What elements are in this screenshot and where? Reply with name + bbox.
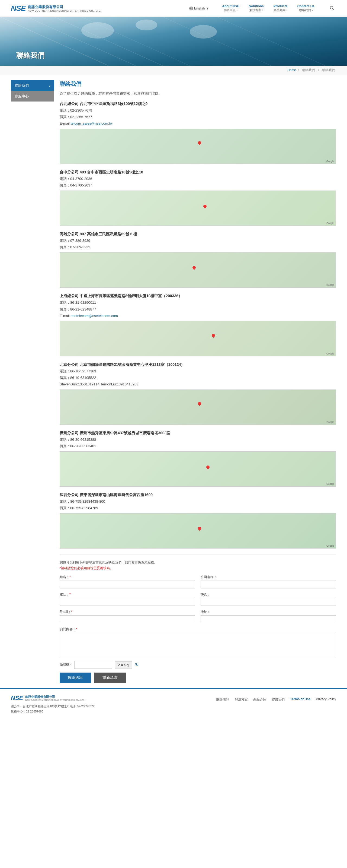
footer-link-privacy[interactable]: Privacy Policy [316,697,336,701]
footer-link-about[interactable]: 關於南訊 [216,697,229,702]
svg-line-7 [54,17,163,66]
form-group-email: Email：* [60,610,195,623]
nav-products[interactable]: Products 產品介紹 › [269,2,292,14]
branch-kaohsiung-name: 高雄分公司 807 高雄市三民區私鐵路69號 6 樓 [60,232,336,237]
breadcrumb-parent: 聯絡我們 [302,68,315,72]
lang-selector[interactable]: English ▼ [189,6,209,10]
form-textarea-inquiry[interactable] [60,633,336,657]
branch-taipei-name: 台北總公司 台北市中正區羅斯福路3段100號12樓之9 [60,101,336,106]
nav-about-main: About NSE [222,4,239,8]
form-label-fax: 傳真： [201,592,336,597]
form-row-phone-fax: 電話：* 傳真： [60,592,336,606]
map-pin-shenzhen [198,527,201,531]
logo-cn: 南訊企業股份有限公司 [28,5,101,9]
logo[interactable]: NSE 南訊企業股份有限公司 NEW SOUTHERN ENGINEERING … [11,4,101,13]
nav-contact-main: Contact Us [298,4,314,8]
footer-link-contact[interactable]: 聯絡我們 [272,697,285,702]
form-label-inquiry: 詢問內容：* [60,627,336,631]
branch-taichung-fax: 傳真：04-3700-2037 [60,182,336,188]
footer-link-solutions[interactable]: 解決方案 [235,697,248,702]
form-input-phone[interactable] [60,598,195,606]
svg-line-4 [333,9,334,10]
email-required: * [71,610,72,614]
captcha-refresh-button[interactable]: ↻ [135,662,139,668]
sidebar-support-label: 客服中心 [14,94,29,99]
branch-taipei-map: Google [60,129,336,164]
form-input-name[interactable] [60,581,195,588]
branch-shanghai: 上海總公司 中國上海市長寧區遵義南路8號錦明大廈10樓甲室（200336） 電話… [60,294,336,356]
page-title: 聯絡我們 [60,80,336,88]
header: NSE 南訊企業股份有限公司 NEW SOUTHERN ENGINEERING … [0,0,347,17]
form-input-address[interactable] [201,615,336,623]
branch-taichung-name: 台中分公司 403 台中市西區忠明南路16號9樓之10 [60,170,336,175]
footer: NSE 南訊企業股份有限公司 NEW SOUTHERN ENGINEERING … [0,688,347,719]
footer-link-products[interactable]: 產品介紹 [253,697,266,702]
branch-shenzhen-map: Google [60,513,336,549]
form-input-company[interactable] [201,581,336,588]
lang-label: English [194,6,205,10]
main-content: 聯絡我們 › 客服中心 聯絡我們 為了提供您更好的服務，若您有任何業務需求，歡迎… [0,75,347,688]
logo-en: NEW SOUTHERN ENGINEERING ENTERPRISES CO.… [28,9,101,12]
breadcrumb-sep1: / [298,68,300,72]
branch-guangzhou-map: Google [60,452,336,487]
captcha-label: 驗證碼 * [60,662,72,667]
branch-shanghai-email-link[interactable]: nsetelecom@nsetelecom.com [70,314,118,318]
phone-required: * [69,592,71,596]
form-button-row: 確認送出 重新填寫 [60,673,336,683]
reset-button[interactable]: 重新填寫 [94,673,126,683]
branch-taipei-email-link[interactable]: telcom_sales@nse.com.tw [70,121,112,125]
svg-point-3 [330,6,333,9]
lang-chevron[interactable]: ▼ [206,6,209,10]
map-pin-shanghai [212,334,215,338]
footer-logo-nse: NSE [11,694,23,702]
branch-shanghai-email: E-mail:nsetelecom@nsetelecom.com [60,313,336,319]
svg-line-8 [81,17,190,66]
footer-addr-line1: 總公司：台北市羅斯福路三段100號12樓之9 電話: 02-23657679 [11,704,95,709]
map-pin-kaohsiung [193,266,196,270]
branch-beijing-phone: 電話：86-10-59577363 [60,368,336,374]
branch-kaohsiung-fax: 傳真：07-389-3232 [60,244,336,250]
branch-guangzhou-name: 廣州分公司 廣州市越秀區東風中路437號越秀城市廣場南塔3003室 [60,431,336,436]
nav-contact[interactable]: Contact Us 聯絡我們 › [292,2,319,14]
sidebar-item-contact[interactable]: 聯絡我們 › [11,80,54,91]
nav-solutions[interactable]: Solutions 解決方案 › [244,2,269,14]
submit-button[interactable]: 確認送出 [60,673,91,683]
captcha-input[interactable] [74,661,112,669]
intro-text: 為了提供您更好的服務，若您有任何業務需求，歡迎與我們聯絡。 [60,91,336,97]
footer-link-terms[interactable]: Terms of Use [290,697,310,701]
branch-beijing-fax: 傳真：86-10-63105522 [60,375,336,381]
branch-shanghai-map: Google [60,321,336,356]
form-group-fax: 傳真： [201,592,336,606]
nav-about[interactable]: About NSE 關於南訊 › [217,2,244,14]
name-required: * [69,575,71,579]
footer-links: 關於南訊 解決方案 產品介紹 聯絡我們 Terms of Use Privacy… [216,697,336,702]
form-group-name: 姓名：* [60,575,195,588]
search-icon [329,6,334,10]
branch-shenzhen-name: 深圳分公司 廣東省深圳市南山區海岸時代公寓西座1609 [60,493,336,497]
form-label-name: 姓名：* [60,575,195,580]
footer-addr: 總公司：台北市羅斯福路三段100號12樓之9 電話: 02-23657679 業… [11,704,95,714]
nav-right: English ▼ About NSE 關於南訊 › Solutions 解決方… [189,2,336,14]
footer-logo-en: NEW SOUTHERN ENGINEERING ENTERPRISES CO.… [25,699,85,701]
sidebar: 聯絡我們 › 客服中心 [11,80,54,683]
form-input-email[interactable] [60,615,195,623]
breadcrumb-home[interactable]: Home [287,68,296,72]
sidebar-contact-label: 聯絡我們 [14,83,29,88]
footer-addr-line2: 業務中心：02-23657666 [11,709,95,714]
branch-beijing-map: Google [60,390,336,425]
branch-beijing: 北京分公司 北京市朝陽區建國路21號金海商業中心甲座1213室（100124） … [60,362,336,425]
search-button[interactable] [327,3,336,13]
form-input-fax[interactable] [201,598,336,606]
form-group-company: 公司名稱： [201,575,336,588]
captcha-row: 驗證碼 * Z4Kg ↻ [60,661,336,669]
footer-inner: NSE 南訊企業股份有限公司 NEW SOUTHERN ENGINEERING … [11,694,336,714]
sidebar-item-support[interactable]: 客服中心 [11,91,54,101]
branch-shenzhen-fax: 傳真：86-755-82984789 [60,505,336,511]
branch-beijing-extra: StevenSun:13501019114 TerrionLiu:1391041… [60,381,336,387]
branch-taipei-phone: 電話：02-2365-7679 [60,107,336,114]
branch-guangzhou-phone: 電話：86-20-66215388 [60,437,336,443]
form-label-phone: 電話：* [60,592,195,597]
branch-kaohsiung-map: Google [60,252,336,288]
nav-solutions-sub: 解決方案 › [249,8,264,12]
sidebar-contact-arrow: › [49,83,50,88]
